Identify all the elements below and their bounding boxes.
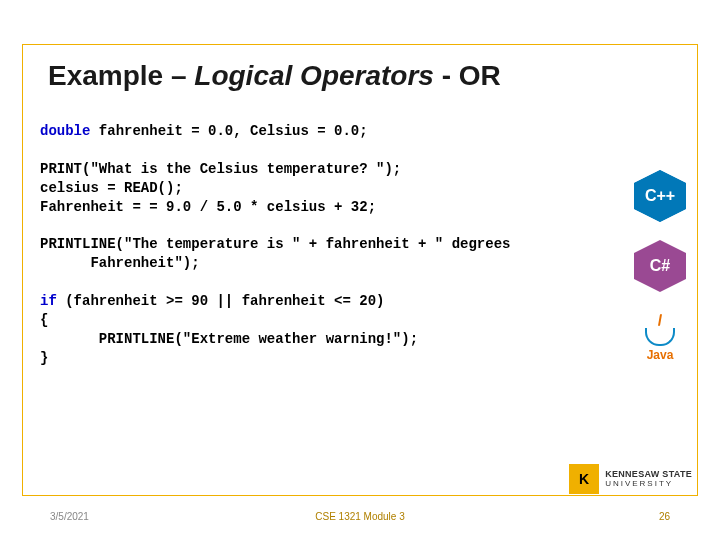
footer: 3/5/2021 CSE 1321 Module 3 26 bbox=[0, 511, 720, 522]
csharp-icon: C# bbox=[634, 240, 686, 292]
code-l9: } bbox=[40, 350, 48, 366]
code-l1: fahrenheit = 0.0, Celsius = 0.0; bbox=[90, 123, 367, 139]
language-icons: C++ C# Java bbox=[630, 170, 690, 366]
code-l2: PRINT("What is the Celsius temperature? … bbox=[40, 161, 401, 177]
title-part3: - OR bbox=[442, 60, 501, 91]
footer-center: CSE 1321 Module 3 bbox=[315, 511, 405, 522]
kw-if: if bbox=[40, 293, 57, 309]
footer-date: 3/5/2021 bbox=[50, 511, 89, 522]
code-l7: { bbox=[40, 312, 48, 328]
title-italic: Logical Operators bbox=[194, 60, 441, 91]
code-l8: PRINTLINE("Extreme weather warning!"); bbox=[40, 331, 418, 347]
ksu-logo: K KENNESAW STATE UNIVERSITY bbox=[569, 464, 692, 494]
ksu-text: KENNESAW STATE UNIVERSITY bbox=[605, 470, 692, 489]
title-part1: Example – bbox=[48, 60, 194, 91]
footer-page: 26 bbox=[659, 511, 670, 522]
java-steam bbox=[658, 314, 662, 326]
slide: Example – Logical Operators - OR double … bbox=[0, 0, 720, 540]
code-l4: Fahrenheit = = 9.0 / 5.0 * celsius + 32; bbox=[40, 199, 376, 215]
ksu-mark: K bbox=[569, 464, 599, 494]
code-l3: celsius = READ(); bbox=[40, 180, 183, 196]
cpp-label: C++ bbox=[645, 187, 675, 205]
cpp-icon: C++ bbox=[634, 170, 686, 222]
code-l5a: PRINTLINE("The temperature is " + fahren… bbox=[40, 236, 510, 252]
code-block: double fahrenheit = 0.0, Celsius = 0.0; … bbox=[40, 122, 680, 368]
code-l6: (fahrenheit >= 90 || fahrenheit <= 20) bbox=[57, 293, 385, 309]
csharp-label: C# bbox=[650, 257, 670, 275]
kw-double: double bbox=[40, 123, 90, 139]
java-label: Java bbox=[647, 348, 674, 362]
ksu-line2: UNIVERSITY bbox=[605, 480, 692, 489]
slide-title: Example – Logical Operators - OR bbox=[48, 60, 680, 92]
code-l5b: Fahrenheit"); bbox=[40, 255, 200, 271]
java-cup bbox=[645, 328, 675, 346]
java-icon: Java bbox=[630, 310, 690, 366]
